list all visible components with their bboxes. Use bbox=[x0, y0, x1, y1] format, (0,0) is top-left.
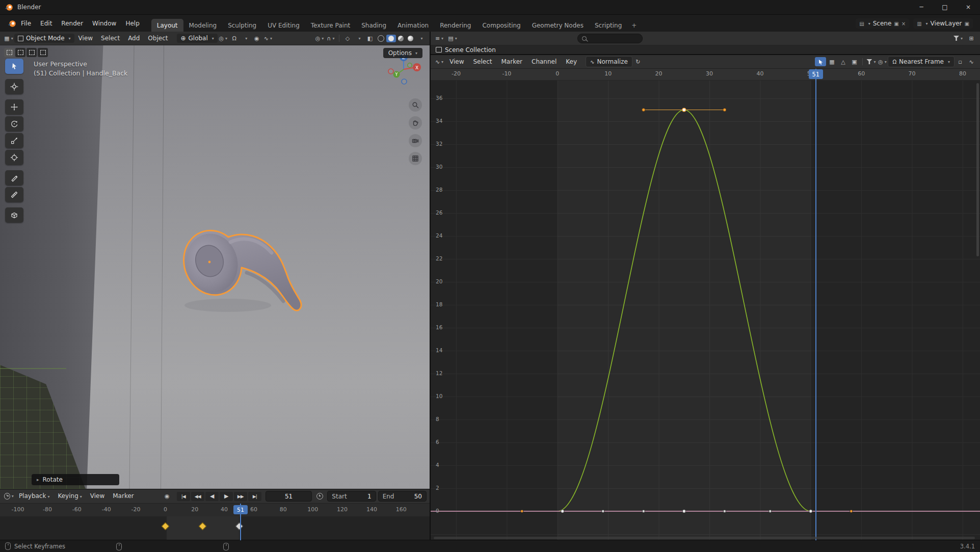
graph-playhead[interactable] bbox=[815, 69, 816, 540]
graph-menu-select[interactable]: Select bbox=[468, 53, 496, 70]
proportional-falloff-dropdown[interactable]: ∿▾ bbox=[262, 34, 274, 43]
tool-transform[interactable] bbox=[5, 150, 23, 165]
zoom-button[interactable] bbox=[409, 98, 422, 112]
tab-compositing[interactable]: Compositing bbox=[476, 19, 526, 32]
shading-dropdown[interactable]: ▾ bbox=[415, 34, 427, 43]
auto-normalize-refresh-icon[interactable]: ↻ bbox=[632, 57, 644, 66]
operator-panel-rotate[interactable]: ▸ Rotate bbox=[32, 474, 119, 485]
tab-modeling[interactable]: Modeling bbox=[183, 19, 223, 32]
editor-type-3dview-icon[interactable]: ▦▾ bbox=[3, 34, 14, 43]
menu-edit[interactable]: Edit bbox=[36, 15, 57, 32]
tab-shading[interactable]: Shading bbox=[356, 19, 392, 32]
tab-texture-paint[interactable]: Texture Paint bbox=[305, 19, 356, 32]
show-errors-toggle[interactable]: △ bbox=[837, 57, 849, 66]
menu-help[interactable]: Help bbox=[121, 15, 144, 32]
viewport-menu-select[interactable]: Select bbox=[97, 32, 124, 45]
auto-keying-toggle[interactable]: ◉ bbox=[162, 492, 173, 501]
play-reverse-button[interactable]: ◀ bbox=[205, 492, 219, 501]
shading-solid[interactable] bbox=[386, 35, 396, 42]
jump-to-end-button[interactable]: ▶| bbox=[248, 492, 261, 501]
camera-view-button[interactable] bbox=[409, 134, 422, 147]
proportional-edit-icon[interactable]: ◉ bbox=[251, 34, 262, 43]
timeline-track[interactable] bbox=[0, 516, 430, 540]
timeline-menu-playback[interactable]: Playback▾ bbox=[15, 489, 54, 504]
handle-point[interactable] bbox=[521, 510, 523, 512]
tool-scale[interactable] bbox=[5, 133, 23, 148]
menu-file[interactable]: File bbox=[16, 15, 36, 32]
only-selected-curves-toggle[interactable] bbox=[815, 57, 826, 66]
select-mode-new[interactable] bbox=[4, 48, 14, 57]
viewport-menu-add[interactable]: Add bbox=[124, 32, 144, 45]
show-overlays-dropdown[interactable]: ∩▾ bbox=[325, 34, 336, 43]
selectability-dropdown[interactable]: ◎▾ bbox=[314, 34, 325, 43]
snap-magnet-icon[interactable]: Ω bbox=[229, 34, 240, 43]
viewport-menu-view[interactable]: View bbox=[74, 32, 97, 45]
handle-point[interactable] bbox=[642, 510, 645, 512]
menu-window[interactable]: Window bbox=[88, 15, 121, 32]
snap-target-dropdown[interactable]: ▾ bbox=[240, 34, 251, 43]
handle-point[interactable] bbox=[850, 510, 853, 512]
graph-menu-marker[interactable]: Marker bbox=[497, 53, 527, 70]
handle-point[interactable] bbox=[723, 510, 726, 512]
mode-dropdown[interactable]: Object Mode ▾ bbox=[14, 34, 74, 43]
show-hidden-toggle[interactable]: ▦ bbox=[826, 57, 837, 66]
tab-sculpting[interactable]: Sculpting bbox=[222, 19, 262, 32]
keyframe-point[interactable] bbox=[809, 510, 812, 513]
viewport-menu-object[interactable]: Object bbox=[144, 32, 172, 45]
pan-hand-button[interactable] bbox=[409, 116, 422, 129]
unlink-scene-icon[interactable]: × bbox=[902, 21, 906, 27]
timeline-menu-view[interactable]: View bbox=[86, 489, 109, 503]
timeline-playhead-badge[interactable]: 51 bbox=[233, 505, 248, 514]
viewlayer-selector[interactable]: ▥ ▾ ViewLayer ▣ bbox=[913, 18, 973, 29]
orientation-dropdown[interactable]: ⊕ Global ▾ bbox=[177, 34, 217, 43]
editor-type-graph-icon[interactable]: ∿▾ bbox=[434, 57, 445, 66]
shading-rendered[interactable] bbox=[406, 35, 415, 42]
graph-menu-key[interactable]: Key bbox=[561, 53, 581, 70]
graph-menu-view[interactable]: View bbox=[445, 53, 468, 70]
outliner-search-input[interactable] bbox=[577, 34, 643, 43]
timeline-ruler[interactable]: -100-80-60-40-20020406080100120140160 bbox=[0, 504, 430, 517]
xray-toggle-icon[interactable]: ◧ bbox=[364, 34, 376, 43]
tool-annotate[interactable] bbox=[5, 170, 23, 186]
blender-menu-icon[interactable] bbox=[8, 19, 16, 28]
tab-geometry-nodes[interactable]: Geometry Nodes bbox=[526, 19, 589, 32]
toggle-perspective-button[interactable] bbox=[409, 152, 422, 165]
menu-render[interactable]: Render bbox=[57, 15, 88, 32]
snap-mode-dropdown[interactable]: Ω Nearest Frame ▾ bbox=[888, 56, 955, 67]
shading-wireframe[interactable] bbox=[376, 34, 386, 43]
ghost-curves-icon[interactable]: ▣ bbox=[849, 57, 860, 66]
jump-to-start-button[interactable]: |◀ bbox=[177, 492, 190, 501]
vertical-scrollbar[interactable] bbox=[976, 83, 979, 256]
normalize-toggle[interactable]: ∿ Normalize bbox=[586, 56, 632, 67]
bezier-handle-point[interactable] bbox=[642, 109, 645, 112]
timeline-ruler-track[interactable]: -100-80-60-40-20020406080100120140160 51 bbox=[0, 504, 430, 540]
options-button[interactable]: Options ▾ bbox=[383, 48, 422, 58]
graph-filter-icon[interactable]: ▾ bbox=[865, 57, 877, 66]
play-button[interactable]: ▶ bbox=[220, 492, 233, 501]
gizmo-y-neg-axis[interactable] bbox=[408, 63, 412, 67]
select-mode-intersect[interactable] bbox=[38, 48, 48, 57]
handle-point[interactable] bbox=[602, 510, 604, 512]
keyframe-point[interactable] bbox=[682, 510, 685, 513]
close-button[interactable]: × bbox=[957, 0, 980, 14]
add-workspace-button[interactable]: + bbox=[627, 19, 641, 32]
fcurve-plot[interactable] bbox=[431, 69, 980, 540]
graph-canvas[interactable]: -20-1001020304050607080 3634323028262422… bbox=[431, 69, 980, 540]
graph-playhead-badge[interactable]: 51 bbox=[809, 69, 823, 79]
selected-keyframe-point[interactable] bbox=[682, 108, 686, 112]
tab-uv-editing[interactable]: UV Editing bbox=[262, 19, 305, 32]
tab-rendering[interactable]: Rendering bbox=[434, 19, 476, 32]
frame-start-field[interactable]: Start 1 bbox=[327, 491, 376, 502]
minimize-button[interactable]: ─ bbox=[910, 0, 933, 14]
timeline-menu-keying[interactable]: Keying▾ bbox=[54, 489, 86, 504]
select-mode-extend[interactable] bbox=[15, 48, 25, 57]
tab-layout[interactable]: Layout bbox=[151, 19, 183, 32]
fcurve-bell[interactable] bbox=[558, 110, 811, 512]
timeline-menu-marker[interactable]: Marker bbox=[109, 489, 138, 503]
new-collection-button[interactable]: ⊞ bbox=[966, 34, 977, 43]
door-handle-object[interactable] bbox=[179, 225, 313, 318]
new-scene-icon[interactable]: ▣ bbox=[894, 21, 898, 27]
shading-material[interactable] bbox=[396, 35, 406, 42]
current-frame-field[interactable]: 51 bbox=[266, 491, 312, 502]
horizontal-scrollbar[interactable] bbox=[434, 537, 975, 539]
